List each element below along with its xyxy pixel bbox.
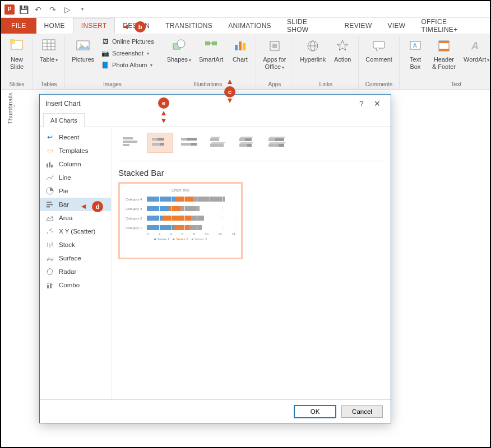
svg-text:A: A [471,40,479,52]
apps-button[interactable]: Apps for Office [260,36,289,72]
group-tables: Table Tables [33,36,65,89]
cancel-button[interactable]: Cancel [341,405,383,418]
side-item-templates[interactable]: ▭Templates [40,144,111,157]
new-slide-button[interactable]: New Slide [4,36,29,72]
ok-button[interactable]: OK [294,405,336,418]
start-slideshow-button[interactable]: ▷ [62,4,73,15]
dialog-tabs: All Charts [40,113,391,127]
side-item-recent[interactable]: ↩Recent [40,130,111,144]
svg-rect-61 [275,138,284,141]
save-button[interactable]: 💾 [18,4,29,15]
screenshot-button[interactable]: 📷Screenshot [99,48,156,59]
svg-rect-56 [239,138,245,141]
svg-rect-41 [47,285,49,288]
undo-button[interactable]: ↶ [33,4,44,15]
subtype-clustered-bar[interactable] [118,133,144,153]
templates-icon: ▭ [45,146,54,155]
svg-rect-29 [51,165,53,167]
surface-icon [45,254,54,263]
tab-animations[interactable]: ANIMATIONS [220,18,279,34]
svg-rect-15 [243,43,246,50]
title-bar: P 💾 ↶ ↷ ▷ [1,1,490,18]
side-item-line[interactable]: Line [40,171,111,184]
tab-home[interactable]: HOME [36,18,73,34]
svg-rect-48 [152,143,160,146]
chart-icon [231,37,249,55]
scatter-icon [45,227,54,236]
subtype-100-stacked-bar[interactable] [177,133,202,153]
dialog-title: Insert Chart [45,100,81,108]
hyperlink-icon [304,37,322,55]
side-item-pie[interactable]: Pie [40,184,111,198]
svg-rect-57 [245,138,252,141]
table-button[interactable]: Table [36,36,61,64]
svg-rect-31 [47,202,52,203]
hyperlink-button[interactable]: Hyperlink [297,36,329,64]
tab-transitions[interactable]: TRANSITIONS [158,18,220,34]
tab-slideshow[interactable]: SLIDE SHOW [279,18,336,34]
comment-button[interactable]: Comment [362,36,396,64]
redo-button[interactable]: ↷ [47,4,58,15]
smartart-icon [202,37,220,55]
subtype-3d-clustered-bar[interactable] [206,133,231,153]
annotation-arrow-c-up [228,80,232,84]
photo-album-icon: 📘 [101,60,110,69]
svg-rect-25 [439,49,449,51]
pictures-button[interactable]: Pictures [68,36,98,64]
textbox-icon: A [406,37,424,55]
chart-button[interactable]: Chart [228,36,252,64]
svg-rect-42 [50,284,52,288]
group-slides: New Slide Slides [1,36,33,89]
dialog-help-button[interactable]: ? [354,99,369,108]
ribbon: New Slide Slides Table Tables Pictures 🖼… [1,34,490,90]
tab-review[interactable]: REVIEW [336,18,379,34]
chart-preview[interactable]: Chart Title Category 4Category 3Category… [118,182,243,259]
side-item-stock[interactable]: Stock [40,238,111,251]
shapes-button[interactable]: Shapes [164,36,194,64]
svg-rect-12 [212,41,217,45]
header-footer-button[interactable]: Header & Footer [429,36,459,72]
svg-rect-47 [158,138,164,141]
apps-icon [266,37,284,55]
group-comments: Comment Comments [359,36,400,89]
qat-customize-button[interactable] [76,4,87,15]
tab-view[interactable]: VIEW [380,18,414,34]
side-item-radar[interactable]: Radar [40,265,111,278]
tab-file[interactable]: FILE [1,18,36,34]
svg-rect-51 [187,138,197,141]
svg-rect-50 [181,138,187,141]
side-item-surface[interactable]: Surface [40,251,111,265]
photo-album-button[interactable]: 📘Photo Album [99,59,156,71]
dialog-titlebar: Insert Chart ? ✕ [40,95,391,113]
side-item-area[interactable]: Area [40,211,111,225]
bar-icon [45,200,54,209]
annotation-arrow-d [81,204,86,209]
group-apps: Apps for Office Apps [256,36,293,89]
group-text: A Text Box Header & Footer A WordArt 📅 #… [400,36,491,89]
svg-text:A: A [413,43,417,49]
dialog-tab-all-charts[interactable]: All Charts [43,113,85,127]
tab-office-timeline[interactable]: OFFICE TIMELINE+ [413,18,490,34]
subtype-3d-stacked-bar[interactable] [235,133,261,153]
online-pictures-button[interactable]: 🖼Online Pictures [99,36,156,47]
thumbnails-toggle[interactable]: › [13,103,15,109]
combo-icon [45,281,54,290]
side-item-column[interactable]: Column [40,157,111,171]
svg-rect-53 [191,143,197,146]
svg-rect-59 [247,144,252,147]
comment-icon [370,37,388,55]
textbox-button[interactable]: A Text Box [403,36,428,72]
dialog-close-button[interactable]: ✕ [369,99,385,108]
action-button[interactable]: Action [330,36,355,64]
smartart-button[interactable]: SmartArt [196,36,226,64]
chart-subtype-name: Stacked Bar [118,168,384,178]
wordart-button[interactable]: A WordArt [460,36,491,64]
side-item-combo[interactable]: Combo [40,278,111,292]
subtype-stacked-bar[interactable] [147,133,173,153]
tab-insert[interactable]: INSERT [73,18,115,34]
side-item-scatter[interactable]: X Y (Scatter) [40,225,111,238]
svg-rect-11 [205,41,210,45]
subtype-3d-100-stacked-bar[interactable] [264,133,290,153]
svg-point-36 [52,231,53,232]
svg-point-37 [50,228,52,230]
